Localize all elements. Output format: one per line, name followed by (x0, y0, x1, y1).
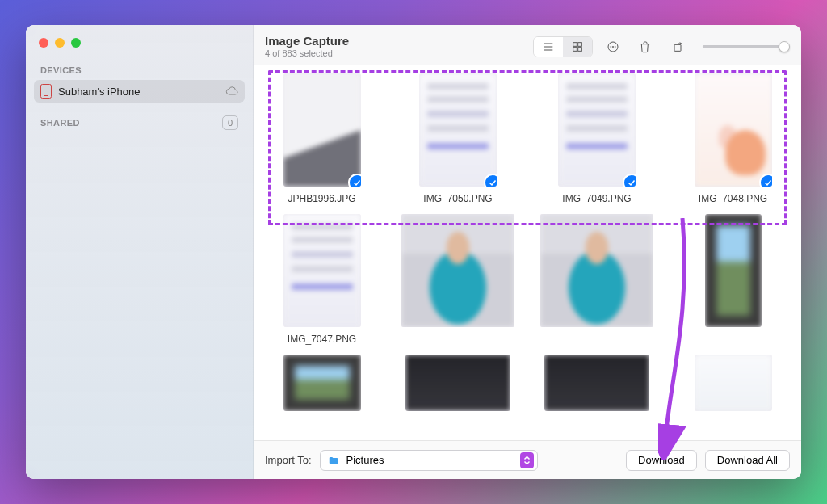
grid-item[interactable]: IMG_7050.PNG (401, 74, 514, 204)
close-window-button[interactable] (39, 38, 48, 48)
filename-label: IMG_7047.PNG (288, 334, 356, 345)
selection-status: 4 of 883 selected (265, 48, 349, 58)
more-options-button[interactable] (601, 36, 625, 57)
thumbnail[interactable] (401, 214, 514, 327)
grid-item[interactable]: IMG_7049.PNG (540, 74, 653, 204)
grid-item[interactable]: JPHB1996.JPG (268, 74, 376, 204)
grid-item[interactable] (679, 355, 787, 411)
svg-rect-11 (674, 44, 681, 51)
thumbnail[interactable] (283, 74, 361, 187)
thumbnail[interactable] (558, 74, 636, 187)
grid-item[interactable]: IMG_7048.PNG (679, 74, 787, 204)
svg-point-9 (612, 46, 613, 47)
filename-label: IMG_7048.PNG (699, 193, 767, 204)
rotate-icon (671, 40, 684, 53)
window-controls (34, 36, 245, 62)
thumbnail-grid-area: JPHB1996.JPG IMG_7050.PNG IMG_7049.PNG I… (254, 65, 801, 440)
import-to-label: Import To: (265, 454, 312, 466)
ellipsis-circle-icon (607, 40, 619, 53)
thumbnail[interactable] (695, 355, 772, 411)
svg-rect-5 (573, 47, 577, 51)
selected-check-icon (623, 174, 636, 187)
cloud-icon (225, 85, 238, 98)
grid-item[interactable] (540, 355, 653, 411)
thumbnail[interactable] (419, 74, 497, 187)
zoom-window-button[interactable] (71, 38, 81, 48)
sidebar-section-shared: SHARED (40, 118, 80, 128)
thumbnail[interactable] (540, 214, 653, 327)
thumbnail[interactable] (283, 355, 361, 411)
sidebar-section-devices: DEVICES (34, 62, 245, 78)
image-capture-window: DEVICES Subham's iPhone SHARED 0 Image C… (26, 25, 801, 479)
download-button[interactable]: Download (626, 450, 697, 471)
list-view-button[interactable] (534, 37, 563, 57)
svg-point-10 (615, 46, 615, 47)
device-name: Subham's iPhone (58, 86, 141, 98)
grid-icon (571, 40, 584, 53)
filename-label: JPHB1996.JPG (288, 193, 355, 204)
svg-point-8 (611, 46, 611, 47)
grid-item[interactable] (268, 355, 376, 411)
thumbnail-size-slider[interactable] (703, 45, 790, 48)
grid-item[interactable] (679, 214, 787, 345)
grid-item[interactable] (401, 355, 514, 411)
app-title: Image Capture (265, 35, 349, 48)
thumbnail[interactable] (695, 74, 772, 187)
grid-item[interactable]: IMG_7047.PNG (268, 214, 376, 345)
main-panel: Image Capture 4 of 883 selected (254, 25, 801, 479)
svg-rect-3 (573, 42, 577, 46)
delete-button[interactable] (633, 36, 657, 57)
thumbnail[interactable] (544, 355, 649, 411)
thumbnail-grid[interactable]: JPHB1996.JPG IMG_7050.PNG IMG_7049.PNG I… (268, 69, 787, 411)
minimize-window-button[interactable] (55, 38, 65, 48)
svg-rect-4 (578, 42, 582, 46)
grid-view-button[interactable] (563, 37, 592, 57)
rotate-button[interactable] (665, 36, 690, 57)
thumbnail[interactable] (283, 214, 361, 327)
grid-item[interactable] (540, 214, 653, 345)
svg-rect-6 (578, 47, 582, 51)
filename-label: IMG_7049.PNG (562, 193, 631, 204)
destination-select[interactable]: Pictures (320, 450, 538, 471)
thumbnail[interactable] (705, 214, 762, 327)
sidebar-item-device[interactable]: Subham's iPhone (34, 80, 245, 103)
iphone-icon (40, 84, 52, 99)
toolbar: Image Capture 4 of 883 selected (254, 25, 801, 65)
view-switcher (533, 36, 593, 57)
folder-icon (327, 455, 340, 466)
thumbnail[interactable] (405, 355, 510, 411)
sidebar: DEVICES Subham's iPhone SHARED 0 (26, 25, 254, 479)
grid-item[interactable] (401, 214, 514, 345)
selected-check-icon (484, 174, 497, 187)
destination-value: Pictures (346, 454, 514, 466)
select-stepper-icon (520, 452, 534, 468)
list-icon (542, 40, 555, 53)
filename-label: IMG_7050.PNG (423, 193, 492, 204)
download-all-button[interactable]: Download All (705, 450, 790, 471)
trash-icon (639, 40, 652, 53)
footer-bar: Import To: Pictures Download Download Al… (254, 440, 801, 479)
shared-count-badge: 0 (222, 116, 238, 130)
